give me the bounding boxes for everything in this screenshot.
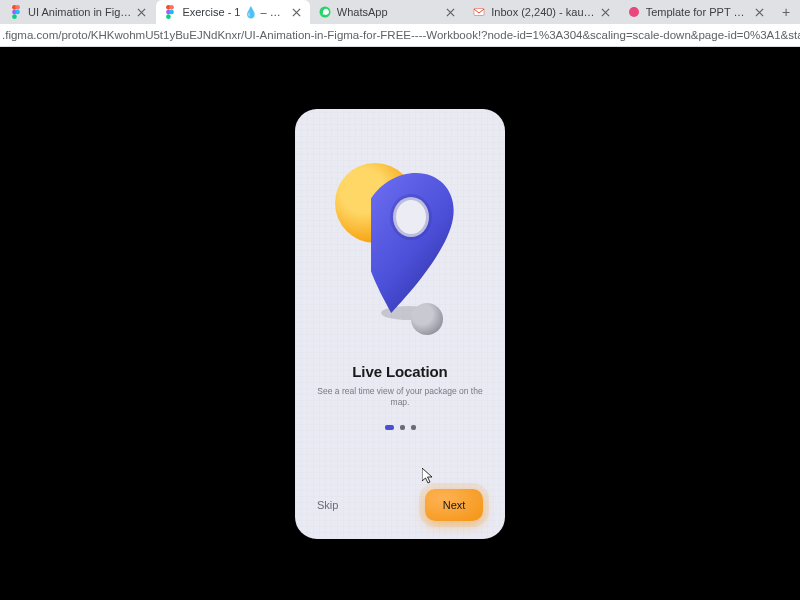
skip-button[interactable]: Skip <box>317 499 338 511</box>
page-indicator-dot[interactable] <box>385 425 394 430</box>
whatsapp-icon <box>319 6 331 18</box>
figma-icon <box>164 6 176 18</box>
tab-label: Inbox (2,240) - kaustubh.a… <box>491 6 594 18</box>
grey-sphere-icon <box>411 303 443 335</box>
close-icon[interactable] <box>601 7 611 17</box>
svg-rect-11 <box>474 9 484 16</box>
svg-point-9 <box>167 14 172 19</box>
generic-icon <box>628 6 640 18</box>
svg-point-3 <box>15 10 20 15</box>
tab-label: WhatsApp <box>337 6 440 18</box>
svg-point-12 <box>629 7 639 17</box>
page-indicator-dot[interactable] <box>411 425 416 430</box>
close-icon[interactable] <box>755 7 765 17</box>
close-icon[interactable] <box>292 7 302 17</box>
svg-point-6 <box>170 5 175 10</box>
browser-tabstrip: UI Animation in Figma for F… Exercise - … <box>0 0 800 24</box>
map-pin-icon <box>371 173 461 323</box>
page-indicator <box>295 425 505 430</box>
onboarding-subheading: See a real time view of your package on … <box>315 386 485 409</box>
address-bar-wrap: .figma.com/proto/KHKwohmU5t1yBuEJNdKnxr/… <box>0 24 800 47</box>
browser-tab-2[interactable]: WhatsApp <box>311 0 464 24</box>
tab-label: UI Animation in Figma for F… <box>28 6 131 18</box>
close-icon[interactable] <box>137 7 147 17</box>
new-tab-button[interactable]: + <box>774 0 798 24</box>
browser-tab-0[interactable]: UI Animation in Figma for F… <box>2 0 155 24</box>
onboarding-footer: Skip Next <box>295 489 505 521</box>
browser-tab-4[interactable]: Template for PPT by Kaustu… <box>620 0 773 24</box>
mouse-cursor-icon <box>422 468 434 484</box>
onboarding-heading: Live Location <box>315 363 485 380</box>
browser-tab-1[interactable]: Exercise - 1 💧 – UI Anim… <box>156 0 309 24</box>
hero-illustration <box>295 133 505 343</box>
next-button[interactable]: Next <box>425 489 483 521</box>
svg-point-8 <box>170 10 175 15</box>
onboarding-copy: Live Location See a real time view of yo… <box>295 363 505 409</box>
gmail-icon <box>473 6 485 18</box>
figma-icon <box>10 6 22 18</box>
browser-tab-3[interactable]: Inbox (2,240) - kaustubh.a… <box>465 0 618 24</box>
close-icon[interactable] <box>446 7 456 17</box>
tab-label: Template for PPT by Kaustu… <box>646 6 749 18</box>
page-indicator-dot[interactable] <box>400 425 405 430</box>
tab-label: Exercise - 1 💧 – UI Anim… <box>182 6 285 19</box>
figma-proto-canvas[interactable]: Live Location See a real time view of yo… <box>0 47 800 600</box>
svg-point-4 <box>12 14 17 19</box>
svg-point-1 <box>15 5 20 10</box>
address-bar[interactable]: .figma.com/proto/KHKwohmU5t1yBuEJNdKnxr/… <box>0 29 800 41</box>
onboarding-screen: Live Location See a real time view of yo… <box>295 109 505 539</box>
